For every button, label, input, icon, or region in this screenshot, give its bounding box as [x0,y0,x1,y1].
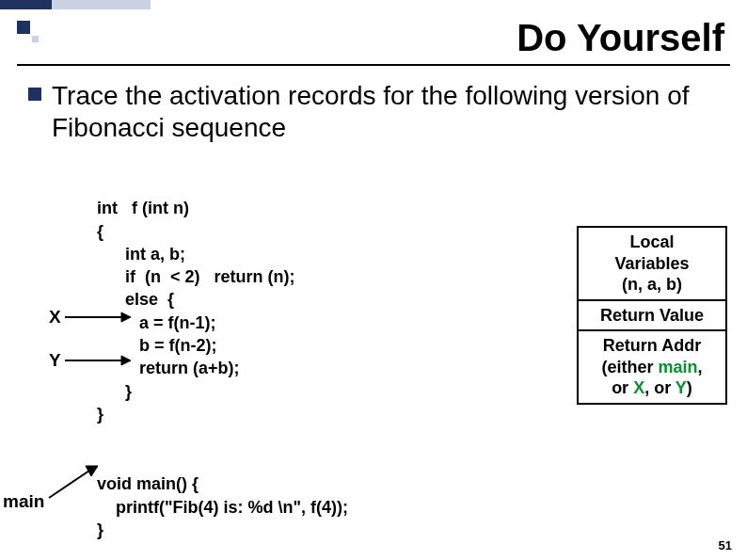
text: , or [644,378,675,397]
code-line: } [97,520,103,539]
arrow-main [46,463,103,503]
activation-record-table: Local Variables (n, a, b) Return Value R… [577,226,727,405]
text: (n, a, b) [622,275,682,294]
text: (either [601,358,658,376]
stack-cell-local-vars: Local Variables (n, a, b) [579,228,725,301]
text-y: Y [675,378,687,397]
code-line: { [97,222,103,241]
arrow-y [63,352,134,369]
accent-light [52,0,151,9]
text-main: main [658,358,697,376]
page-number: 51 [719,538,732,552]
label-x: X [49,307,61,328]
label-y: Y [49,350,61,371]
code-line: void main() { [97,474,199,493]
code-line: printf("Fib(4) is: %d \n", f(4)); [97,498,348,517]
code-line: int f (int n) [97,199,189,217]
text: ) [687,378,692,397]
text: Local [629,232,674,251]
code-line: else { [97,290,174,309]
text-x: X [633,378,644,397]
label-main: main [3,491,44,512]
code-line: if (n < 2) return (n); [97,267,295,286]
accent-top-bar [0,0,151,9]
text: Return Addr [603,336,701,355]
arrow-x [63,309,134,326]
stack-cell-return-value: Return Value [579,301,725,332]
svg-marker-1 [121,312,131,322]
code-main-function: void main() { printf("Fib(4) is: %d \n",… [97,450,348,541]
code-fibonacci: int f (int n) { int a, b; if (n < 2) ret… [97,174,295,425]
main-paragraph: Trace the activation records for the fol… [52,80,710,143]
svg-marker-3 [121,356,131,365]
text: Variables [614,254,689,273]
accent-dark [0,0,52,9]
stack-cell-return-addr: Return Addr (either main, or X, or Y) [579,331,725,403]
text: , [698,358,703,376]
title-underline [17,64,730,66]
slide-title: Do Yourself [0,17,724,59]
code-line: int a, b; [97,245,185,264]
code-line: } [97,405,103,424]
code-line: } [97,382,132,401]
svg-line-4 [49,471,89,498]
text: or [612,378,633,397]
bullet-icon [28,88,41,101]
